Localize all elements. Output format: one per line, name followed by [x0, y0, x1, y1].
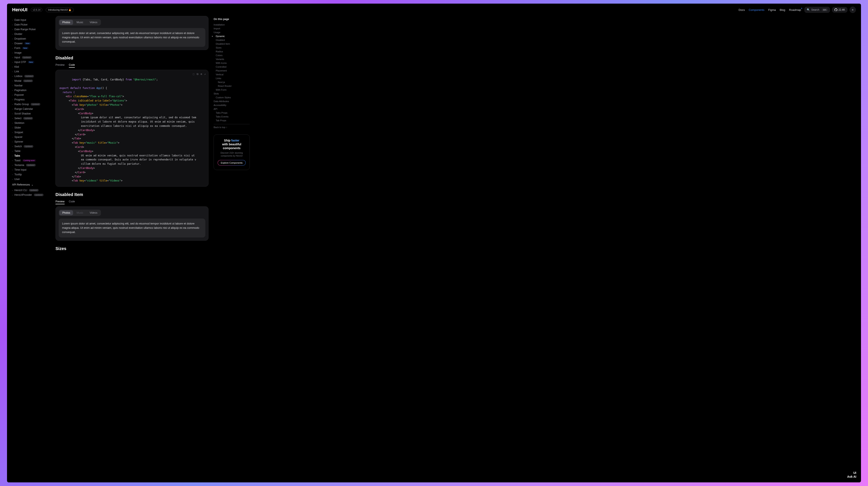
sidebar-item-image[interactable]: Image	[12, 51, 50, 55]
tab-preview-2[interactable]: Preview	[56, 199, 65, 204]
search-button[interactable]: 🔍 Search ⌘K	[804, 7, 830, 13]
toc-usage[interactable]: Usage	[214, 30, 250, 34]
sidebar-item-date-picker[interactable]: Date Picker	[12, 22, 50, 27]
toc-tabs-props[interactable]: Tabs Props	[214, 111, 250, 115]
toc-with-form[interactable]: With Form	[214, 88, 250, 92]
toc-react-router[interactable]: React Router	[214, 84, 250, 88]
toc-links[interactable]: Links	[214, 76, 250, 80]
sidebar-item-tooltip[interactable]: Tooltip	[12, 172, 50, 177]
tab2-videos[interactable]: Videos	[87, 210, 100, 215]
sidebar-item-navbar[interactable]: Navbar	[12, 83, 50, 88]
sidebar-item-label: Navbar	[14, 84, 23, 87]
toc-next-js[interactable]: Next.js	[214, 80, 250, 84]
toc-sizes[interactable]: Sizes	[214, 46, 250, 50]
sidebar-item-pagination[interactable]: Pagination	[12, 88, 50, 92]
sidebar-item-input-otp[interactable]: Input OTPNew	[12, 60, 50, 64]
search-kbd: ⌘K	[822, 8, 828, 11]
sidebar-item-range-calendar[interactable]: Range Calendar	[12, 107, 50, 111]
sidebar-item-select[interactable]: SelectUpdated	[12, 116, 50, 121]
toc-custom-styles[interactable]: Custom Styles	[214, 95, 250, 99]
sidebar-item-radio-group[interactable]: Radio GroupUpdated	[12, 102, 50, 107]
github-button[interactable]: 22.4K	[832, 7, 847, 12]
ask-ai-button[interactable]: UI Ask AI	[847, 471, 856, 479]
sidebar-item-heroui-cli[interactable]: HeroUI CLIUpdated	[12, 188, 50, 193]
sidebar-item-user[interactable]: User	[12, 177, 50, 181]
toc-colors[interactable]: Colors	[214, 53, 250, 57]
toc-controlled[interactable]: Controlled	[214, 65, 250, 69]
promo-title: Ship faster with beautiful components	[217, 139, 247, 150]
example-disabled-item-panel: Photos Music Videos Lorem ipsum dolor si…	[56, 206, 209, 240]
logo[interactable]: HeroUI	[12, 7, 27, 12]
nav-components[interactable]: Components	[749, 8, 765, 11]
sidebar-item-modal[interactable]: ModalUpdated	[12, 79, 50, 83]
tab2-photos[interactable]: Photos	[59, 210, 73, 215]
tab-music[interactable]: Music	[73, 20, 86, 25]
section-sizes-title: Sizes	[56, 246, 209, 251]
sidebar-item-spinner[interactable]: Spinner	[12, 139, 50, 144]
nav-blog[interactable]: Blog	[780, 8, 785, 11]
theme-toggle[interactable]: ☀	[849, 7, 856, 13]
tab-photos[interactable]: Photos	[59, 20, 73, 25]
toc-installation[interactable]: Installation	[214, 23, 250, 27]
intro-badge[interactable]: Introducing HeroUI 🔥	[46, 8, 73, 12]
toc-with-icons[interactable]: With Icons	[214, 61, 250, 65]
toc-slots[interactable]: Slots	[214, 92, 250, 95]
sidebar-item-label: Link	[14, 70, 19, 73]
sidebar-item-herouiprovider[interactable]: HeroUIProviderUpdated	[12, 193, 50, 197]
sidebar-item-input[interactable]: InputUpdated	[12, 55, 50, 60]
sidebar-item-table[interactable]: Table	[12, 149, 50, 153]
sidebar-item-textarea[interactable]: TextareaUpdated	[12, 163, 50, 168]
toc-disabled[interactable]: Disabled	[214, 38, 250, 42]
toc-dynamic[interactable]: Dynamic	[214, 34, 250, 38]
sidebar-section-api-references[interactable]: API References ⌄	[12, 181, 50, 188]
sidebar-item-time-input[interactable]: Time Input	[12, 168, 50, 172]
sidebar-item-tabs[interactable]: Tabs	[12, 153, 50, 158]
sidebar-item-link[interactable]: Link	[12, 69, 50, 74]
tab-preview[interactable]: Preview	[56, 62, 65, 68]
back-to-top[interactable]: Back to top ↑	[214, 124, 250, 130]
sidebar-item-skeleton[interactable]: Skeleton	[12, 121, 50, 125]
tab-videos[interactable]: Videos	[87, 20, 100, 25]
github-stars: 22.4K	[838, 8, 845, 11]
tab-code-2[interactable]: Code	[69, 199, 75, 204]
toc-tabs-events[interactable]: Tabs Events	[214, 115, 250, 118]
toc-tab-props[interactable]: Tab Props	[214, 118, 250, 122]
toc-variants[interactable]: Variants	[214, 57, 250, 61]
toc-vertical[interactable]: Vertical	[214, 73, 250, 76]
nav-docs[interactable]: Docs	[739, 8, 745, 11]
sidebar-item-divider[interactable]: Divider	[12, 32, 50, 36]
sidebar-item-form[interactable]: FormNew	[12, 46, 50, 51]
sidebar-item-drawer[interactable]: DrawerNew	[12, 41, 50, 46]
toc-import[interactable]: Import	[214, 27, 250, 30]
tab-code[interactable]: Code	[69, 62, 75, 68]
sidebar-item-switch[interactable]: SwitchUpdated	[12, 144, 50, 149]
sidebar-item-listbox[interactable]: ListboxUpdated	[12, 74, 50, 79]
nav-roadmap[interactable]: Roadmap	[789, 8, 801, 11]
github-icon	[834, 8, 837, 11]
sidebar-item-popover[interactable]: Popover	[12, 92, 50, 97]
sidebar-item-dropdown[interactable]: Dropdown	[12, 36, 50, 41]
toc-placement[interactable]: Placement	[214, 69, 250, 73]
settings-icon[interactable]: ⚙	[200, 72, 202, 76]
sidebar-item-scroll-shadow[interactable]: Scroll Shadow	[12, 111, 50, 116]
promo-cta[interactable]: Explore Components	[218, 160, 246, 166]
toc-disabled-item[interactable]: Disabled Item	[214, 42, 250, 46]
bug-icon[interactable]: ⬚	[193, 72, 194, 76]
sidebar-item-date-range-picker[interactable]: Date Range Picker	[12, 27, 50, 32]
nav-figma[interactable]: Figma	[768, 8, 776, 11]
sidebar-item-kbd[interactable]: Kbd	[12, 64, 50, 69]
external-icon[interactable]: ↗	[204, 72, 206, 76]
toc-radius[interactable]: Radius	[214, 50, 250, 53]
sidebar-item-toast[interactable]: ToastComing soon	[12, 158, 50, 163]
version-badge[interactable]: v2.6.14	[31, 8, 42, 12]
toc-data-attributes[interactable]: Data Attributes	[214, 99, 250, 103]
sidebar-item-slider[interactable]: Slider	[12, 125, 50, 130]
copy-icon[interactable]: ⧉	[196, 72, 198, 76]
sidebar-item-label: Snippet	[14, 131, 23, 134]
sidebar-item-snippet[interactable]: Snippet	[12, 130, 50, 135]
sidebar-item-progress[interactable]: Progress	[12, 97, 50, 102]
toc-api[interactable]: API	[214, 107, 250, 111]
sidebar-item-spacer[interactable]: Spacer	[12, 135, 50, 139]
sidebar-item-date-input[interactable]: Date Input	[12, 18, 50, 22]
toc-accessibility[interactable]: Accessibility	[214, 103, 250, 107]
